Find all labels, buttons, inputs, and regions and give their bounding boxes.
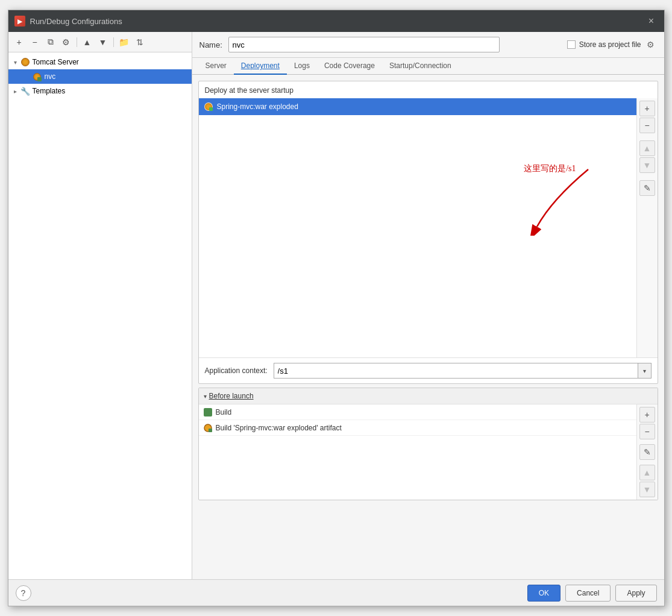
- settings-button[interactable]: ⚙: [59, 35, 74, 49]
- app-context-input-wrap: ▾: [274, 363, 652, 379]
- deploy-up-button[interactable]: ▲: [639, 140, 655, 156]
- before-launch-header: ▾ Before launch: [199, 388, 658, 404]
- deploy-item-spring-mvc[interactable]: Spring-mvc:war exploded: [199, 98, 636, 115]
- apply-button[interactable]: Apply: [615, 585, 656, 602]
- tomcat-expand-icon[interactable]: [11, 57, 20, 67]
- toolbar-separator-2: [113, 37, 114, 47]
- launch-item-build[interactable]: Build: [199, 404, 636, 420]
- app-context-row: Application context: ▾: [199, 357, 658, 383]
- close-button[interactable]: ×: [645, 14, 658, 28]
- before-launch-expand-icon[interactable]: ▾: [204, 393, 207, 400]
- app-icon: ▶: [14, 16, 25, 27]
- right-panel: Name: Store as project file ⚙ Server Dep…: [192, 32, 664, 579]
- name-bar: Name: Store as project file ⚙: [192, 32, 664, 58]
- move-down-button[interactable]: ▼: [96, 35, 110, 49]
- help-button[interactable]: ?: [16, 585, 31, 601]
- toolbar-separator: [77, 37, 77, 47]
- launch-up-button[interactable]: ▲: [639, 465, 655, 480]
- store-check-area: Store as project file ⚙: [567, 39, 657, 51]
- deploy-list: Spring-mvc:war exploded 这里写的是/s1: [199, 98, 636, 357]
- deploy-section-header: Deploy at the server startup: [199, 81, 658, 98]
- launch-edit-button[interactable]: ✎: [639, 444, 655, 460]
- tab-deployment[interactable]: Deployment: [234, 58, 287, 75]
- tab-startup[interactable]: Startup/Connection: [382, 58, 459, 75]
- name-label: Name:: [199, 40, 224, 49]
- templates-label: Templates: [33, 87, 66, 95]
- tab-logs[interactable]: Logs: [287, 58, 317, 75]
- deploy-with-btns: Spring-mvc:war exploded 这里写的是/s1: [199, 98, 658, 357]
- tab-server[interactable]: Server: [198, 58, 234, 75]
- sidebar-item-nvc[interactable]: nvc: [8, 69, 192, 84]
- svg-rect-2: [209, 429, 212, 432]
- app-context-input[interactable]: [274, 363, 638, 378]
- dialog-title: Run/Debug Configurations: [30, 17, 122, 26]
- sidebar-item-templates[interactable]: 🔧 Templates: [8, 84, 192, 98]
- launch-build-label: Build: [216, 408, 232, 416]
- deploy-down-button[interactable]: ▼: [639, 157, 655, 173]
- before-launch-title: Before launch: [209, 392, 254, 400]
- launch-artifact-label: Build 'Spring-mvc:war exploded' artifact: [216, 424, 342, 432]
- sidebar: + − ⧉ ⚙ ▲ ▼ 📁 ⇅ Tomcat Server: [8, 32, 192, 579]
- annotation-arrow: [504, 163, 624, 236]
- deploy-edit-button[interactable]: ✎: [639, 180, 655, 196]
- dialog-footer: ? OK Cancel Apply: [8, 579, 664, 606]
- artifact-icon: [204, 424, 212, 432]
- title-bar: ▶ Run/Debug Configurations ×: [8, 10, 664, 32]
- deploy-item-label: Spring-mvc:war exploded: [217, 102, 298, 111]
- launch-add-button[interactable]: +: [639, 407, 655, 423]
- before-launch-action-btns: + − ✎ ▲ ▼: [636, 404, 658, 500]
- footer-buttons: OK Cancel Apply: [527, 585, 657, 602]
- store-label: Store as project file: [579, 40, 641, 49]
- deploy-remove-button[interactable]: −: [639, 118, 655, 133]
- deploy-add-button[interactable]: +: [639, 101, 655, 116]
- sidebar-toolbar: + − ⧉ ⚙ ▲ ▼ 📁 ⇅: [8, 32, 192, 52]
- nvc-expand: [23, 72, 33, 81]
- right-action-btns: + − ▲ ▼ ✎: [636, 98, 658, 357]
- nvc-label: nvc: [45, 72, 56, 81]
- copy-config-button[interactable]: ⧉: [43, 35, 58, 49]
- deploy-item-icon: [204, 102, 213, 112]
- cancel-button[interactable]: Cancel: [565, 585, 611, 602]
- nvc-icon: [33, 72, 42, 81]
- launch-with-btns: Build Build 'Spring-mvc:war exploded' ar: [199, 404, 658, 500]
- store-checkbox[interactable]: [567, 40, 576, 49]
- folder-button[interactable]: 📁: [117, 35, 131, 49]
- launch-item-artifact[interactable]: Build 'Spring-mvc:war exploded' artifact: [199, 420, 636, 436]
- templates-expand-icon[interactable]: [11, 86, 20, 96]
- deploy-section: Deploy at the server startup Spring-mvc:…: [198, 81, 658, 384]
- templates-icon: 🔧: [20, 86, 30, 96]
- tomcat-server-icon: [20, 57, 30, 67]
- remove-config-button[interactable]: −: [28, 35, 42, 49]
- add-config-button[interactable]: +: [12, 35, 27, 49]
- run-debug-dialog: ▶ Run/Debug Configurations × + − ⧉ ⚙ ▲ ▼…: [8, 10, 665, 606]
- build-icon: [204, 408, 212, 416]
- launch-list-area: Build Build 'Spring-mvc:war exploded' ar: [199, 404, 636, 500]
- deploy-empty-area: 这里写的是/s1: [199, 115, 636, 284]
- sort-button[interactable]: ⇅: [133, 35, 147, 49]
- content-area: Deploy at the server startup Spring-mvc:…: [192, 75, 664, 579]
- move-up-button[interactable]: ▲: [80, 35, 95, 49]
- sidebar-item-tomcat[interactable]: Tomcat Server: [8, 55, 192, 69]
- tabs-bar: Server Deployment Logs Code Coverage Sta…: [192, 58, 664, 75]
- ok-button[interactable]: OK: [527, 585, 561, 602]
- tomcat-server-label: Tomcat Server: [33, 58, 79, 66]
- app-context-label: Application context:: [205, 366, 268, 375]
- name-input[interactable]: [228, 37, 500, 52]
- title-bar-left: ▶ Run/Debug Configurations: [14, 16, 122, 27]
- before-launch-section: ▾ Before launch Build: [198, 388, 658, 500]
- config-tree: Tomcat Server nvc 🔧 Templates: [8, 52, 192, 579]
- app-context-dropdown[interactable]: ▾: [638, 363, 651, 378]
- launch-remove-button[interactable]: −: [639, 424, 655, 439]
- store-settings-button[interactable]: ⚙: [645, 39, 657, 51]
- main-area: + − ⧉ ⚙ ▲ ▼ 📁 ⇅ Tomcat Server: [8, 32, 664, 579]
- launch-down-button[interactable]: ▼: [639, 482, 655, 497]
- tab-code-coverage[interactable]: Code Coverage: [317, 58, 382, 75]
